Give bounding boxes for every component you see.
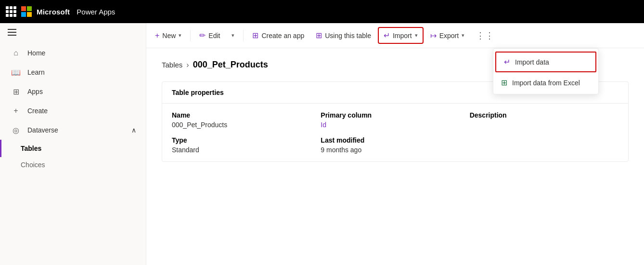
more-button[interactable]: ⋮⋮	[471, 27, 499, 44]
sidebar-nav: ⌂ Home 📖 Learn ⊞ Apps + Create ◎ Dataver…	[0, 41, 146, 175]
import-chevron-icon: ▾	[415, 32, 418, 39]
apps-icon: ⊞	[11, 87, 21, 96]
excel-icon: ⊞	[501, 78, 507, 87]
plus-icon: +	[155, 31, 159, 40]
name-value: 000_Pet_Products	[172, 121, 321, 129]
waffle-menu[interactable]	[6, 6, 16, 17]
hamburger-icon	[8, 29, 138, 36]
home-icon: ⌂	[11, 48, 21, 58]
sidebar-item-apps[interactable]: ⊞ Apps	[0, 82, 146, 101]
export-chevron-icon: ▾	[462, 32, 464, 39]
dataverse-subnav: Tables Choices	[0, 140, 146, 173]
import-data-label: Import data	[515, 58, 549, 66]
sidebar-item-home-label: Home	[27, 49, 45, 57]
sidebar-item-choices[interactable]: Choices	[0, 157, 146, 173]
last-modified-prop: Last modified 9 months ago	[321, 136, 469, 154]
primary-column-prop: Primary column Id	[321, 111, 469, 129]
divider-2	[243, 30, 244, 41]
import-icon: ↵	[384, 31, 390, 40]
import-data-item[interactable]: ↵ Import data	[495, 52, 596, 72]
edit-icon: ✏	[199, 31, 206, 40]
sidebar-item-choices-label: Choices	[21, 161, 45, 169]
import-button[interactable]: ↵ Import ▾	[378, 27, 424, 44]
import-excel-item[interactable]: ⊞ Import data from Excel	[493, 73, 598, 92]
description-prop: Description	[470, 111, 618, 129]
main-layout: ⌂ Home 📖 Learn ⊞ Apps + Create ◎ Dataver…	[0, 23, 644, 265]
table-properties-title: Table properties	[172, 89, 224, 96]
import-dropdown: ↵ Import data ⊞ Import data from Excel	[493, 48, 599, 94]
sidebar-item-apps-label: Apps	[27, 88, 43, 95]
main-content: + New ▾ ✏ Edit ▾ ⊞ Create an app ⊞ Using…	[146, 23, 644, 265]
edit-label: Edit	[208, 32, 220, 40]
toolbar: + New ▾ ✏ Edit ▾ ⊞ Create an app ⊞ Using…	[146, 23, 644, 48]
divider-1	[190, 30, 191, 41]
sidebar-item-learn[interactable]: 📖 Learn	[0, 63, 146, 82]
hamburger-button[interactable]	[0, 23, 146, 41]
new-button[interactable]: + New ▾	[150, 28, 186, 43]
primary-column-value[interactable]: Id	[321, 121, 469, 129]
dataverse-icon: ◎	[11, 125, 21, 135]
last-modified-value: 9 months ago	[321, 146, 469, 154]
description-label: Description	[470, 111, 618, 119]
breadcrumb-current: 000_Pet_Products	[193, 60, 268, 70]
using-table-button[interactable]: ⊞ Using this table	[311, 28, 376, 43]
breadcrumb-separator: ›	[186, 61, 189, 69]
edit-chevron-icon: ▾	[232, 32, 234, 39]
app-name: Power Apps	[77, 8, 115, 16]
sidebar-item-tables[interactable]: Tables	[0, 140, 146, 157]
edit-chevron-button[interactable]: ▾	[227, 29, 239, 41]
create-icon: +	[11, 106, 21, 116]
name-prop: Name 000_Pet_Products	[172, 111, 321, 129]
sidebar-item-home[interactable]: ⌂ Home	[0, 43, 146, 63]
import-excel-label: Import data from Excel	[512, 79, 580, 87]
table-properties-grid: Name 000_Pet_Products Primary column Id …	[162, 104, 628, 161]
sidebar: ⌂ Home 📖 Learn ⊞ Apps + Create ◎ Dataver…	[0, 23, 146, 265]
export-icon: ↦	[430, 31, 437, 40]
learn-icon: 📖	[11, 67, 21, 77]
new-chevron-icon: ▾	[179, 32, 181, 39]
sidebar-section-dataverse: ◎ Dataverse ∧ Tables Choices	[0, 120, 146, 173]
microsoft-logo	[21, 6, 32, 17]
using-table-icon: ⊞	[316, 31, 322, 40]
sidebar-item-tables-label: Tables	[21, 145, 41, 152]
topbar: Microsoft Power Apps	[0, 0, 644, 23]
breadcrumb-tables[interactable]: Tables	[162, 61, 182, 69]
new-label: New	[162, 32, 176, 40]
export-button[interactable]: ↦ Export ▾	[425, 28, 469, 43]
chevron-up-icon: ∧	[131, 126, 136, 134]
import-label: Import	[393, 32, 412, 40]
primary-column-label: Primary column	[321, 111, 469, 119]
type-value: Standard	[172, 146, 321, 154]
create-app-label: Create an app	[261, 32, 304, 40]
last-modified-label: Last modified	[321, 136, 469, 144]
name-label: Name	[172, 111, 321, 119]
sidebar-item-dataverse-label: Dataverse	[27, 126, 58, 134]
sidebar-item-learn-label: Learn	[27, 68, 45, 76]
using-table-label: Using this table	[325, 32, 371, 40]
import-data-icon: ↵	[504, 57, 510, 66]
sidebar-item-create[interactable]: + Create	[0, 101, 146, 120]
more-icon: ⋮⋮	[476, 30, 494, 41]
type-prop: Type Standard	[172, 136, 321, 154]
sidebar-item-create-label: Create	[27, 107, 48, 115]
create-app-button[interactable]: ⊞ Create an app	[247, 28, 309, 43]
create-app-icon: ⊞	[252, 31, 258, 40]
microsoft-label: Microsoft	[37, 8, 70, 16]
sidebar-item-dataverse[interactable]: ◎ Dataverse ∧	[0, 120, 146, 140]
type-label: Type	[172, 136, 321, 144]
edit-button[interactable]: ✏ Edit	[194, 28, 225, 43]
export-label: Export	[439, 32, 459, 40]
